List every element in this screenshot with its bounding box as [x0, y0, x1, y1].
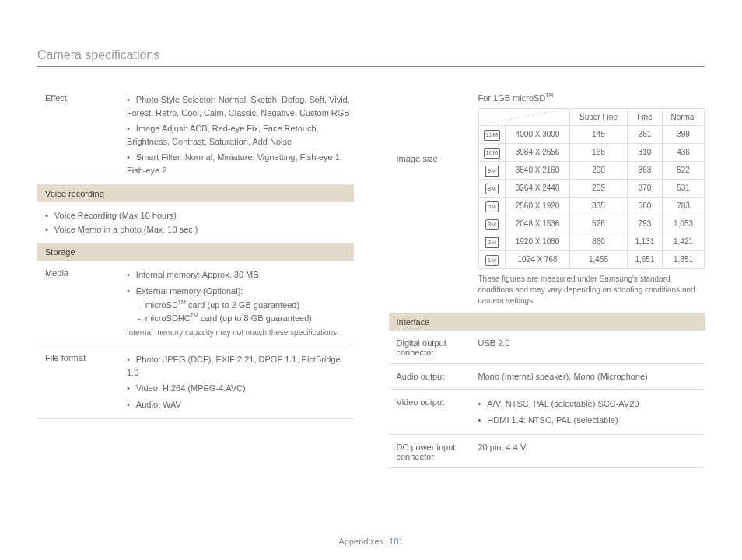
- effect-value: Photo Style Selector: Normal, Sketch, De…: [127, 92, 354, 178]
- table-cell: 522: [663, 161, 705, 179]
- effect-item: Smart Filter: Normal, Miniature, Vignett…: [127, 149, 354, 178]
- table-cell: 3264 X 2448: [506, 179, 570, 197]
- table-row: 1M1024 X 7681,4551,6511,851: [478, 250, 705, 268]
- footer-label: Appendixes: [339, 537, 384, 546]
- table-cell: 200: [570, 161, 628, 179]
- mp-icon-cell: 2M: [478, 233, 506, 250]
- table-cell: 3840 X 2160: [506, 161, 570, 179]
- audio-output-value: Mono (Internal speaker), Mono (Microphon…: [478, 370, 705, 383]
- video-output-label: Video output: [397, 396, 478, 428]
- table-header-sf: Super Fine: [570, 108, 628, 125]
- table-cell: 2048 X 1536: [506, 215, 570, 233]
- table-cell: 399: [663, 125, 705, 143]
- table-cell: 281: [627, 125, 662, 143]
- media-note: Internal memory capacity may not match t…: [127, 324, 354, 338]
- voice-recording-header: Voice recording: [37, 185, 354, 202]
- mp-icon: 10M: [484, 148, 501, 159]
- mp-icon-cell: 12M: [478, 125, 506, 143]
- table-row: 12M4000 X 3000145281399: [478, 125, 705, 143]
- table-cell: 3984 X 2656: [506, 143, 570, 161]
- table-cell: 335: [570, 197, 628, 215]
- table-cell: 310: [627, 143, 662, 161]
- media-item: External memory (Optional):: [127, 283, 354, 299]
- image-size-row: Image size For 1GB microSDTM Super Fine …: [389, 86, 705, 313]
- file-format-item: Photo: JPEG (DCF), EXIF 2.21, DPOF 1.1, …: [127, 352, 354, 380]
- media-label: Media: [45, 267, 127, 338]
- table-cell: 860: [570, 233, 628, 250]
- voice-item: Voice Recording (Max 10 hours): [45, 208, 354, 222]
- table-row: 9M3840 X 2160200363522: [478, 161, 705, 179]
- table-cell: 560: [627, 197, 662, 215]
- mp-icon: 8M: [485, 184, 499, 194]
- file-format-value: Photo: JPEG (DCF), EXIF 2.21, DPOF 1.1, …: [127, 352, 354, 412]
- file-format-label: File format: [45, 352, 127, 412]
- table-cell: 209: [570, 179, 628, 197]
- table-cell: 370: [627, 179, 662, 197]
- table-header-blank: [478, 108, 570, 125]
- image-size-value: For 1GB microSDTM Super Fine Fine Normal…: [478, 92, 705, 306]
- digital-output-label: Digital output connector: [397, 337, 478, 357]
- table-cell: 1920 X 1080: [506, 233, 570, 250]
- voice-item: Voice Memo in a photo (Max. 10 sec.): [45, 222, 354, 236]
- digital-output-value: USB 2.0: [478, 337, 705, 357]
- audio-output-row: Audio output Mono (Internal speaker), Mo…: [389, 364, 705, 390]
- table-row: 10M3984 X 2656166310436: [478, 143, 705, 161]
- effect-item: Image Adjust: ACB, Red-eye Fix, Face Ret…: [127, 121, 354, 149]
- table-cell: 531: [663, 179, 705, 197]
- table-row: 3M2048 X 15365267931,053: [478, 215, 705, 233]
- video-output-value: A/V: NTSC, PAL (selectable) SCC-AV20 HDM…: [478, 396, 705, 428]
- media-item: Internal memory: Approx. 30 MB: [127, 267, 354, 283]
- digital-output-row: Digital output connector USB 2.0: [389, 331, 705, 364]
- table-row: 5M2560 X 1920335560783: [478, 197, 705, 215]
- table-cell: 1,455: [570, 250, 628, 268]
- mp-icon: 9M: [485, 166, 499, 177]
- voice-recording-list: Voice Recording (Max 10 hours) Voice Mem…: [37, 202, 354, 243]
- table-cell: 526: [570, 215, 628, 233]
- file-format-row: File format Photo: JPEG (DCF), EXIF 2.21…: [37, 345, 354, 419]
- image-size-table: Super Fine Fine Normal 12M4000 X 3000145…: [478, 108, 705, 269]
- mp-icon: 3M: [485, 219, 499, 230]
- table-cell: 1,131: [627, 233, 662, 250]
- table-cell: 1,053: [663, 215, 705, 233]
- title-underline: [37, 66, 705, 67]
- storage-header: Storage: [37, 243, 354, 261]
- video-output-item: HDMI 1.4: NTSC, PAL (selectable): [478, 412, 705, 429]
- media-value: Internal memory: Approx. 30 MB External …: [127, 267, 354, 338]
- mp-icon-cell: 1M: [478, 250, 506, 268]
- video-output-item: A/V: NTSC, PAL (selectable) SCC-AV20: [478, 396, 705, 412]
- table-row: 2M1920 X 10808601,1311,421: [478, 233, 705, 250]
- file-format-item: Video: H.264 (MPEG-4.AVC): [127, 380, 354, 397]
- mp-icon: 12M: [484, 130, 501, 141]
- dc-power-value: 20 pin, 4.4 V: [478, 441, 705, 461]
- table-cell: 145: [570, 125, 628, 143]
- table-cell: 166: [570, 143, 628, 161]
- effect-item: Photo Style Selector: Normal, Sketch, De…: [127, 92, 354, 121]
- table-cell: 783: [663, 197, 705, 215]
- file-format-item: Audio: WAV: [127, 397, 354, 413]
- audio-output-label: Audio output: [397, 370, 478, 383]
- mp-icon: 2M: [485, 237, 499, 248]
- dc-power-row: DC power input connector 20 pin, 4.4 V: [389, 435, 705, 468]
- mp-icon: 5M: [485, 201, 499, 212]
- left-column: Effect Photo Style Selector: Normal, Ske…: [37, 86, 354, 468]
- mp-icon-cell: 10M: [478, 143, 506, 161]
- media-sub-item: microSDTM card (up to 2 GB guaranteed): [138, 299, 354, 312]
- image-size-caption: For 1GB microSDTM: [478, 92, 705, 108]
- mp-icon: 1M: [485, 255, 499, 266]
- right-column: Image size For 1GB microSDTM Super Fine …: [389, 86, 705, 468]
- dc-power-label: DC power input connector: [397, 441, 478, 461]
- table-cell: 363: [627, 161, 662, 179]
- table-cell: 436: [663, 143, 705, 161]
- image-size-label: Image size: [397, 92, 478, 163]
- page-number: 101: [389, 537, 403, 546]
- table-cell: 1024 X 768: [506, 250, 570, 268]
- mp-icon-cell: 8M: [478, 179, 506, 197]
- media-row: Media Internal memory: Approx. 30 MB Ext…: [37, 261, 354, 345]
- effect-label: Effect: [45, 92, 127, 178]
- video-output-row: Video output A/V: NTSC, PAL (selectable)…: [389, 390, 705, 435]
- mp-icon-cell: 9M: [478, 161, 506, 179]
- table-cell: 2560 X 1920: [506, 197, 570, 215]
- content: Effect Photo Style Selector: Normal, Ske…: [37, 86, 705, 468]
- mp-icon-cell: 3M: [478, 215, 506, 233]
- interface-header: Interface: [389, 313, 705, 331]
